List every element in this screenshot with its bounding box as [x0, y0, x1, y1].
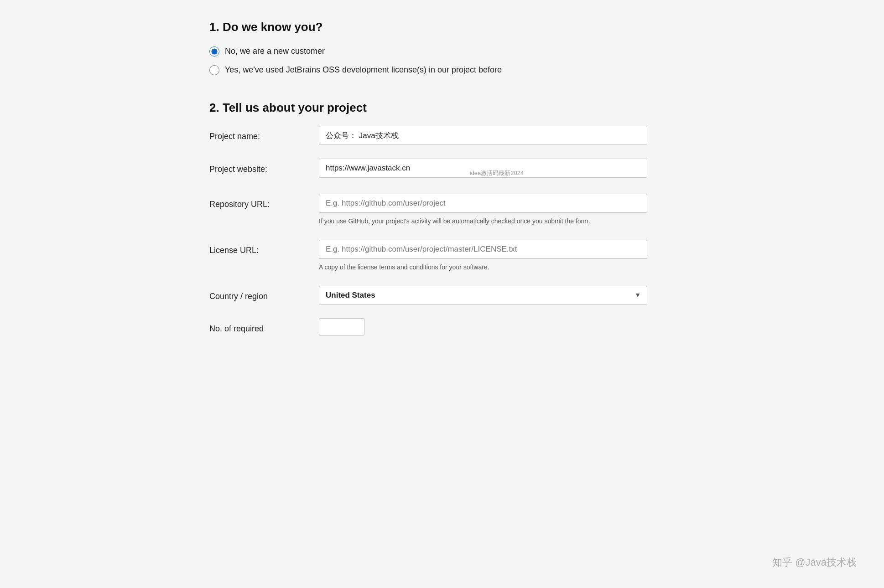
country-region-select-wrapper: United States United Kingdom Canada Germ…	[319, 286, 647, 304]
project-website-row: Project website: idea激活码最新2024	[209, 159, 675, 180]
radio-label-new-customer: No, we are a new customer	[225, 45, 325, 57]
license-url-label: License URL:	[209, 240, 319, 257]
country-region-row: Country / region United States United Ki…	[209, 286, 675, 304]
no-of-required-label: No. of required	[209, 318, 319, 335]
no-of-required-input[interactable]	[319, 318, 364, 335]
radio-input-existing-customer[interactable]	[209, 65, 219, 75]
project-name-input[interactable]	[319, 126, 647, 145]
page-container: 1. Do we know you? No, we are a new cust…	[191, 0, 693, 367]
license-url-hint: A copy of the license terms and conditio…	[319, 263, 647, 272]
radio-label-existing-customer: Yes, we've used JetBrains OSS developmen…	[225, 64, 502, 76]
radio-option-new-customer[interactable]: No, we are a new customer	[209, 45, 675, 57]
project-name-field-container	[319, 126, 675, 145]
country-region-field-container: United States United Kingdom Canada Germ…	[319, 286, 675, 304]
section1-title: 1. Do we know you?	[209, 18, 675, 36]
repository-url-field-container: If you use GitHub, your project's activi…	[319, 194, 675, 226]
license-url-row: License URL: A copy of the license terms…	[209, 240, 675, 272]
repository-url-label: Repository URL:	[209, 194, 319, 211]
license-url-input[interactable]	[319, 240, 647, 259]
project-name-row: Project name:	[209, 126, 675, 145]
radio-group: No, we are a new customer Yes, we've use…	[209, 45, 675, 76]
form-section: 2. Tell us about your project Project na…	[209, 99, 675, 335]
no-of-required-field-container	[319, 318, 675, 335]
repository-url-row: Repository URL: If you use GitHub, your …	[209, 194, 675, 226]
radio-input-new-customer[interactable]	[209, 46, 219, 57]
no-of-required-row: No. of required	[209, 318, 675, 335]
repository-url-hint: If you use GitHub, your project's activi…	[319, 217, 647, 226]
country-region-label: Country / region	[209, 286, 319, 303]
country-region-select[interactable]: United States United Kingdom Canada Germ…	[319, 286, 647, 304]
repository-url-input[interactable]	[319, 194, 647, 213]
section2-title: 2. Tell us about your project	[209, 99, 675, 117]
radio-option-existing-customer[interactable]: Yes, we've used JetBrains OSS developmen…	[209, 64, 675, 76]
project-name-label: Project name:	[209, 126, 319, 143]
license-url-field-container: A copy of the license terms and conditio…	[319, 240, 675, 272]
project-website-label: Project website:	[209, 159, 319, 175]
project-website-field-container: idea激活码最新2024	[319, 159, 675, 180]
